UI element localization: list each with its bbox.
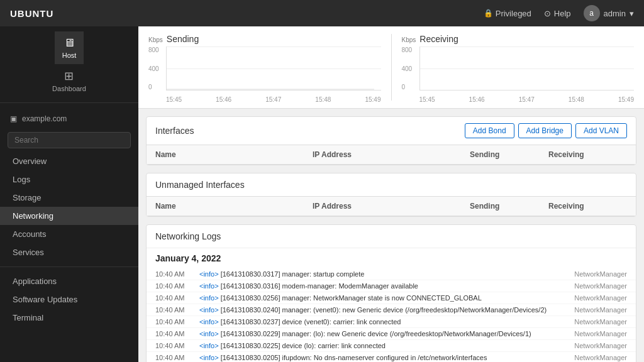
sending-y-axis: 800 400 0 (148, 47, 166, 90)
add-bridge-button[interactable]: Add Bridge (518, 123, 572, 138)
log-time: 10:40 AM (155, 354, 199, 361)
rx-1549: 15:49 (618, 96, 634, 103)
topbar: UBUNTU 🔒 Privileged ⊙ Help a admin ▾ (0, 0, 644, 26)
sidebar-host-btn[interactable]: 🖥 Host (55, 31, 84, 64)
logs-header: Networking Logs (147, 225, 636, 248)
ucol-receiving: Receiving (548, 202, 627, 211)
charts-row: Kbps Sending 800 400 0 (138, 26, 644, 109)
help-icon: ⊙ (544, 9, 551, 18)
privileged-badge[interactable]: 🔒 Privileged (484, 9, 531, 18)
log-time: 10:40 AM (155, 270, 199, 278)
log-row: 10:40 AM<info> [1641310830.0256] manager… (147, 292, 636, 304)
sending-chart: Kbps Sending 800 400 0 (138, 26, 391, 108)
sidebar-dashboard-btn[interactable]: ⊞ Dashboard (45, 64, 94, 97)
unmanaged-section: Unmanaged Interfaces Name IP Address Sen… (146, 173, 636, 217)
y-400: 400 (148, 65, 166, 72)
x-1545: 15:45 (166, 96, 182, 103)
log-row: 10:40 AM<info> [1641310830.0237] device … (147, 316, 636, 328)
sidebar-item-software-updates[interactable]: Software Updates (0, 290, 138, 309)
receiving-y-axis: 800 400 0 (402, 47, 419, 90)
main-layout: 🖥 Host ⊞ Dashboard ▣ example.com Overvie… (0, 26, 644, 362)
sidebar-item-overview[interactable]: Overview (0, 152, 138, 170)
sidebar-divider (0, 266, 138, 267)
content-area: Kbps Sending 800 400 0 (138, 26, 644, 362)
sending-chart-svg (167, 47, 381, 90)
receiving-chart-area: 800 400 0 15:45 15:46 15:47 15:48 (402, 47, 635, 103)
col-name: Name (155, 150, 313, 159)
logs-section: Networking Logs January 4, 2022 10:40 AM… (146, 224, 636, 362)
app-logo: UBUNTU (10, 8, 53, 19)
unmanaged-header: Unmanaged Interfaces (147, 173, 636, 197)
col-receiving: Receiving (548, 150, 627, 159)
sidebar-item-storage[interactable]: Storage (0, 189, 138, 207)
sidebar-item-applications[interactable]: Applications (0, 272, 138, 290)
sidebar-item-networking[interactable]: Networking (0, 207, 138, 225)
ucol-sending: Sending (470, 202, 548, 211)
log-message: <info> [1641310830.0237] device (venet0)… (199, 318, 568, 326)
add-bond-button[interactable]: Add Bond (465, 123, 514, 138)
avatar: a (584, 5, 600, 21)
logs-date: January 4, 2022 (147, 248, 636, 268)
sending-chart-title: Sending (167, 34, 199, 44)
log-time: 10:40 AM (155, 294, 199, 302)
rx-1546: 15:46 (469, 96, 485, 103)
topbar-right: 🔒 Privileged ⊙ Help a admin ▾ (484, 5, 634, 21)
log-time: 10:40 AM (155, 318, 199, 326)
receiving-chart-plot (419, 47, 635, 90)
receiving-chart: Kbps Receiving 800 400 0 (392, 26, 645, 108)
log-message: <info> [1641310830.0256] manager: Networ… (199, 294, 568, 302)
search-input[interactable] (8, 132, 131, 148)
domain-icon: ▣ (10, 114, 17, 123)
admin-menu[interactable]: a admin ▾ (584, 5, 634, 21)
log-time: 10:40 AM (155, 306, 199, 314)
sending-x-labels: 15:45 15:46 15:47 15:48 15:49 (166, 96, 381, 103)
rx-1548: 15:48 (569, 96, 584, 103)
rgrid-line-top (420, 47, 635, 47)
log-row: 10:40 AM<info> [1641310830.0205] ifupdow… (147, 352, 636, 362)
sidebar-search-container (0, 128, 138, 152)
sidebar-item-services[interactable]: Services (0, 243, 138, 261)
help-link[interactable]: ⊙ Help (544, 9, 571, 18)
log-time: 10:40 AM (155, 282, 199, 290)
receiving-chart-title: Receiving (419, 34, 458, 44)
log-source: NetworkManager (568, 342, 627, 349)
dashboard-label: Dashboard (52, 85, 86, 92)
log-source: NetworkManager (568, 318, 627, 326)
receiving-x-labels: 15:45 15:46 15:47 15:48 15:49 (419, 96, 635, 103)
lock-icon: 🔒 (484, 9, 493, 18)
dashboard-icon: ⊞ (64, 69, 74, 83)
log-message: <info> [1641310830.0240] manager: (venet… (199, 306, 568, 314)
y-800: 800 (148, 47, 166, 53)
receiving-chart-header: Kbps Receiving (402, 34, 635, 44)
log-source: NetworkManager (568, 270, 627, 278)
interfaces-section: Interfaces Add Bond Add Bridge Add VLAN … (146, 116, 636, 165)
sending-chart-plot (166, 47, 381, 90)
sidebar-item-terminal[interactable]: Terminal (0, 309, 138, 327)
x-1546: 15:46 (216, 96, 231, 103)
interfaces-title: Interfaces (155, 126, 194, 136)
rx-1547: 15:47 (519, 96, 535, 103)
log-message: <info> [1641310830.0317] manager: startu… (199, 270, 568, 278)
log-row: 10:40 AM<info> [1641310830.0229] manager… (147, 328, 636, 340)
privileged-label: Privileged (496, 9, 531, 18)
interfaces-actions: Add Bond Add Bridge Add VLAN (465, 123, 627, 138)
sidebar-item-accounts[interactable]: Accounts (0, 225, 138, 243)
sidebar-section: ▣ example.com Overview Logs Storage Netw… (0, 103, 138, 333)
y-0: 0 (148, 84, 166, 90)
sidebar-item-logs[interactable]: Logs (0, 170, 138, 189)
log-row: 10:40 AM<info> [1641310830.0225] device … (147, 340, 636, 352)
ry-0: 0 (402, 84, 419, 90)
topbar-left: UBUNTU (10, 8, 53, 19)
log-source: NetworkManager (568, 330, 627, 337)
x-1547: 15:47 (265, 96, 281, 103)
ry-800: 800 (402, 47, 419, 53)
add-vlan-button[interactable]: Add VLAN (575, 123, 627, 138)
sidebar-domain: ▣ example.com (0, 109, 138, 128)
ry-400: 400 (402, 65, 419, 72)
unmanaged-table-header: Name IP Address Sending Receiving (147, 197, 636, 216)
host-icon: 🖥 (64, 36, 75, 50)
interfaces-header: Interfaces Add Bond Add Bridge Add VLAN (147, 117, 636, 145)
log-source: NetworkManager (568, 282, 627, 290)
ucol-ip: IP Address (313, 202, 470, 211)
log-row: 10:40 AM<info> [1641310830.0317] manager… (147, 268, 636, 280)
